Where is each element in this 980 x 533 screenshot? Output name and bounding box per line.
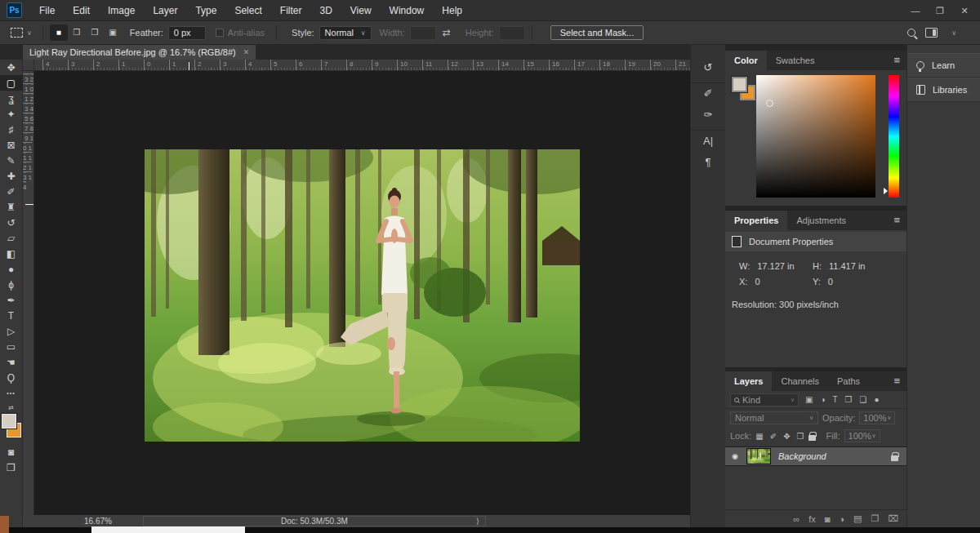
workspace-icon[interactable] [925, 28, 938, 38]
filter-adjustment-layers-icon[interactable]: ◑ [820, 395, 825, 404]
hue-slider-arrow[interactable] [884, 188, 888, 194]
menu-type[interactable]: Type [186, 0, 225, 21]
new-group-icon[interactable]: ▤ [853, 513, 862, 524]
menu-filter[interactable]: Filter [271, 0, 311, 21]
layer-locked-icon[interactable] [891, 455, 898, 461]
lock-transparency-icon[interactable]: ▦ [755, 432, 763, 441]
healing-brush-tool[interactable]: ✚ [0, 168, 23, 184]
height-input[interactable] [499, 26, 525, 40]
filter-pixel-layers-icon[interactable]: ▣ [805, 395, 813, 404]
swap-colors-icon[interactable]: ⇄ [8, 404, 14, 411]
layer-effects-icon[interactable]: fx [808, 514, 816, 524]
document-image[interactable] [145, 149, 580, 442]
subtract-from-selection-icon[interactable]: ❐ [86, 24, 104, 41]
zoom-tool[interactable]: Ϙ [0, 370, 23, 385]
menu-edit[interactable]: Edit [64, 0, 99, 21]
learn-panel-button[interactable]: Learn [907, 53, 980, 78]
select-and-mask-button[interactable]: Select and Mask... [550, 25, 644, 40]
marquee-tool-preset-icon[interactable] [11, 28, 23, 38]
new-adjustment-layer-icon[interactable]: ◑ [839, 514, 844, 524]
menu-layer[interactable]: Layer [144, 0, 186, 21]
menu-view[interactable]: View [341, 0, 381, 21]
hand-tool[interactable]: ☚ [0, 354, 23, 370]
filter-type-layers-icon[interactable]: T [833, 395, 838, 404]
brush-tool[interactable]: ✐ [0, 184, 23, 199]
rectangle-tool[interactable]: ▭ [0, 339, 23, 354]
blur-tool[interactable]: ● [0, 261, 23, 277]
edit-toolbar-icon[interactable]: ••• [0, 385, 23, 401]
screen-mode-button[interactable]: ❐ [0, 460, 23, 475]
lock-position-icon[interactable]: ✥ [783, 432, 790, 441]
antialias-checkbox[interactable] [216, 29, 224, 37]
panel-menu-icon[interactable]: ≡ [893, 214, 900, 226]
layer-name[interactable]: Background [778, 451, 891, 461]
pen-tool[interactable]: ✒ [0, 292, 23, 308]
foreground-color-swatch[interactable] [2, 414, 16, 429]
frame-tool[interactable]: ⊠ [0, 137, 23, 153]
history-panel-icon[interactable]: ↺ [691, 56, 726, 78]
dodge-tool[interactable]: ϕ [0, 277, 23, 292]
kind-filter-select[interactable]: Kind ∨ [730, 393, 799, 406]
gradient-tool[interactable]: ◧ [0, 246, 23, 261]
lock-all-icon[interactable] [808, 435, 816, 441]
minimize-button[interactable]: — [903, 6, 928, 16]
tab-color[interactable]: Color [725, 51, 767, 70]
delete-layer-icon[interactable]: ⌧ [888, 513, 898, 524]
search-icon[interactable] [907, 29, 915, 37]
brush-settings-panel-icon[interactable]: ✐ [691, 82, 726, 104]
tab-layers[interactable]: Layers [725, 371, 772, 391]
close-button[interactable]: ✕ [952, 6, 977, 16]
tab-paths[interactable]: Paths [828, 371, 869, 391]
new-layer-icon[interactable]: ❐ [871, 513, 879, 524]
lasso-tool[interactable]: ʓ [0, 91, 23, 106]
saturation-brightness-field[interactable] [756, 75, 875, 198]
add-to-selection-icon[interactable]: ❒ [68, 24, 86, 41]
panel-menu-icon[interactable]: ≡ [893, 54, 900, 66]
add-layer-mask-icon[interactable]: ◙ [825, 514, 831, 524]
tab-swatches[interactable]: Swatches [767, 51, 824, 70]
feather-input[interactable]: 0 px [168, 26, 206, 40]
filter-shape-layers-icon[interactable]: ❒ [845, 395, 853, 404]
history-brush-tool[interactable]: ↺ [0, 215, 23, 230]
width-input[interactable] [410, 26, 436, 40]
vertical-ruler[interactable]: 32101234567891011121314 [23, 71, 34, 515]
document-tab[interactable]: Light Ray Directional Before.jpg @ 16.7%… [23, 45, 256, 60]
opacity-input[interactable]: 100% ∨ [859, 411, 895, 424]
tab-adjustments[interactable]: Adjustments [787, 211, 855, 230]
canvas-area[interactable] [34, 71, 690, 515]
intersect-selection-icon[interactable]: ▣ [104, 24, 122, 41]
clone-stamp-tool[interactable]: ♜ [0, 199, 23, 215]
tab-channels[interactable]: Channels [772, 371, 827, 391]
tab-properties[interactable]: Properties [725, 211, 787, 230]
layer-thumbnail[interactable] [746, 448, 771, 464]
horizontal-ruler[interactable]: 43210123456789101112131415161718192021 [34, 60, 690, 71]
status-options-chevron-icon[interactable]: ⟩ [476, 517, 479, 526]
chevron-down-icon[interactable]: ∨ [27, 29, 32, 37]
lock-paint-icon[interactable]: ✐ [770, 432, 777, 441]
fill-input[interactable]: 100% ∨ [844, 429, 880, 442]
lock-artboard-icon[interactable]: ❒ [797, 432, 804, 441]
new-selection-icon[interactable]: ■ [50, 24, 68, 41]
style-select[interactable]: Normal ∨ [319, 26, 372, 40]
chevron-down-icon[interactable]: ∨ [951, 29, 956, 37]
eraser-tool[interactable]: ▱ [0, 230, 23, 246]
layer-visibility-eye-icon[interactable]: ◉ [725, 452, 745, 460]
menu-image[interactable]: Image [99, 0, 144, 21]
document-size-status[interactable]: Doc: 50.3M/50.3M ⟩ [143, 516, 486, 526]
link-layers-icon[interactable]: ∞ [793, 514, 800, 524]
path-selection-tool[interactable]: ▷ [0, 323, 23, 339]
blend-mode-select[interactable]: Normal ∨ [730, 411, 818, 424]
rectangular-marquee-tool[interactable]: ▢ [0, 75, 23, 91]
zoom-level-field[interactable]: 16.67% [84, 517, 112, 526]
foreground-color-swatch[interactable] [732, 77, 747, 92]
menu-help[interactable]: Help [433, 0, 471, 21]
menu-3d[interactable]: 3D [310, 0, 341, 21]
filter-smart-objects-icon[interactable]: ❑ [860, 395, 867, 404]
paragraph-panel-icon[interactable]: ¶ [691, 151, 726, 172]
type-tool[interactable]: T [0, 308, 23, 323]
menu-file[interactable]: File [30, 0, 64, 21]
close-tab-icon[interactable]: ✕ [243, 48, 250, 56]
restore-button[interactable]: ❐ [928, 6, 952, 16]
libraries-panel-button[interactable]: Libraries [907, 78, 980, 102]
color-picker-ring[interactable] [766, 100, 773, 107]
